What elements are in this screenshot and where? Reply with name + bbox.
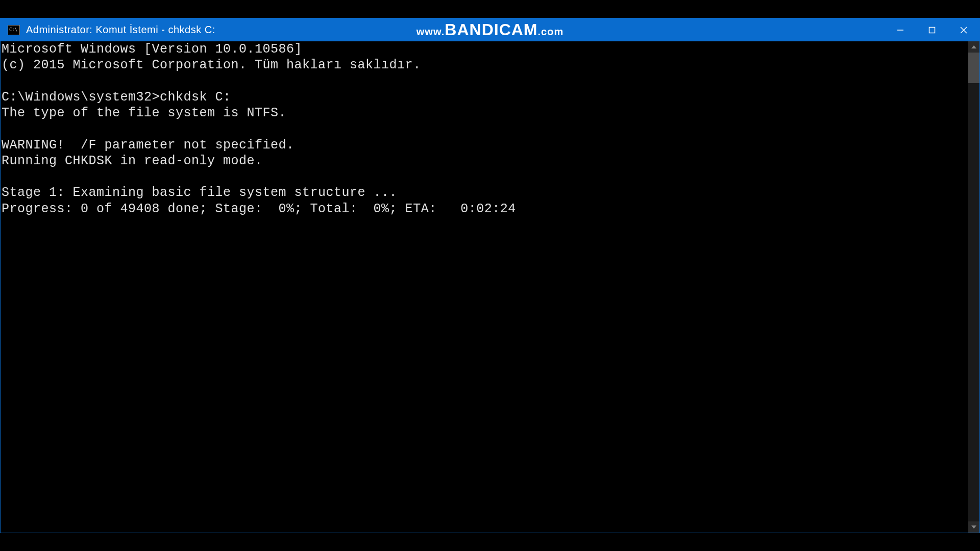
console-line: The type of the file system is NTFS.	[2, 106, 286, 120]
console-area: Microsoft Windows [Version 10.0.10586] (…	[1, 41, 979, 533]
minimize-button[interactable]	[885, 18, 916, 41]
watermark-www: www.	[416, 26, 445, 38]
console-line: Running CHKDSK in read-only mode.	[2, 154, 263, 168]
titlebar[interactable]: C:\ Administrator: Komut İstemi - chkdsk…	[1, 18, 979, 41]
close-button[interactable]	[948, 18, 979, 41]
window-title: Administrator: Komut İstemi - chkdsk C:	[26, 24, 215, 36]
console-line: Microsoft Windows [Version 10.0.10586]	[2, 42, 302, 57]
chevron-up-icon	[971, 45, 976, 48]
bandicam-watermark: www. BANDICAM .com	[416, 20, 564, 39]
console-line: Stage 1: Examining basic file system str…	[2, 185, 397, 200]
chevron-down-icon	[971, 525, 976, 529]
scroll-up-button[interactable]	[968, 41, 979, 53]
console-line: WARNING! /F parameter not specified.	[2, 138, 295, 153]
scrollbar-thumb[interactable]	[968, 53, 979, 83]
scroll-down-button[interactable]	[968, 521, 979, 533]
watermark-dotcom: .com	[538, 26, 564, 38]
console-line: C:\Windows\system32>chkdsk C:	[2, 90, 231, 105]
letterbox-bottom	[0, 533, 980, 551]
window-controls	[885, 18, 979, 41]
command-prompt-window: C:\ Administrator: Komut İstemi - chkdsk…	[0, 18, 980, 533]
svg-rect-1	[929, 27, 935, 33]
letterbox-top	[0, 0, 980, 18]
console-output[interactable]: Microsoft Windows [Version 10.0.10586] (…	[1, 41, 968, 533]
maximize-button[interactable]	[916, 18, 948, 41]
scrollbar-track[interactable]	[968, 53, 979, 521]
console-line: Progress: 0 of 49408 done; Stage: 0%; To…	[2, 202, 516, 216]
cmd-icon: C:\	[8, 25, 20, 35]
watermark-brand: BANDICAM	[445, 20, 537, 39]
console-line: (c) 2015 Microsoft Corporation. Tüm hakl…	[2, 58, 421, 72]
cmd-icon-text: C:\	[8, 28, 17, 32]
vertical-scrollbar[interactable]	[968, 41, 979, 533]
